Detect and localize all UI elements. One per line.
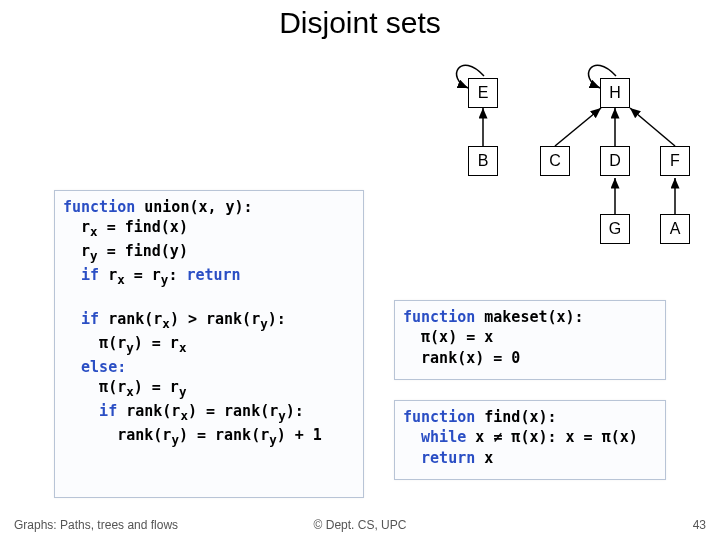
svg-line-3 <box>630 108 675 146</box>
tree-node-G: G <box>600 214 630 244</box>
code-panel-makeset: function makeset(x): π(x) = x rank(x) = … <box>394 300 666 380</box>
find-pseudocode: function find(x): while x ≠ π(x): x = π(… <box>403 407 657 468</box>
tree-node-E: E <box>468 78 498 108</box>
union-pseudocode: function union(x, y): rx = find(x) ry = … <box>63 197 355 449</box>
tree-node-B: B <box>468 146 498 176</box>
footer-page-number: 43 <box>693 518 706 532</box>
footer-left: Graphs: Paths, trees and flows <box>14 518 178 532</box>
code-panel-find: function find(x): while x ≠ π(x): x = π(… <box>394 400 666 480</box>
tree-node-A: A <box>660 214 690 244</box>
svg-line-1 <box>555 108 601 146</box>
tree-node-H: H <box>600 78 630 108</box>
makeset-pseudocode: function makeset(x): π(x) = x rank(x) = … <box>403 307 657 368</box>
tree-node-D: D <box>600 146 630 176</box>
code-panel-union: function union(x, y): rx = find(x) ry = … <box>54 190 364 498</box>
footer-center: © Dept. CS, UPC <box>314 518 407 532</box>
slide-title: Disjoint sets <box>0 0 720 40</box>
disjoint-set-tree-diagram: E H B C D F G A <box>440 58 710 268</box>
tree-node-F: F <box>660 146 690 176</box>
tree-node-C: C <box>540 146 570 176</box>
